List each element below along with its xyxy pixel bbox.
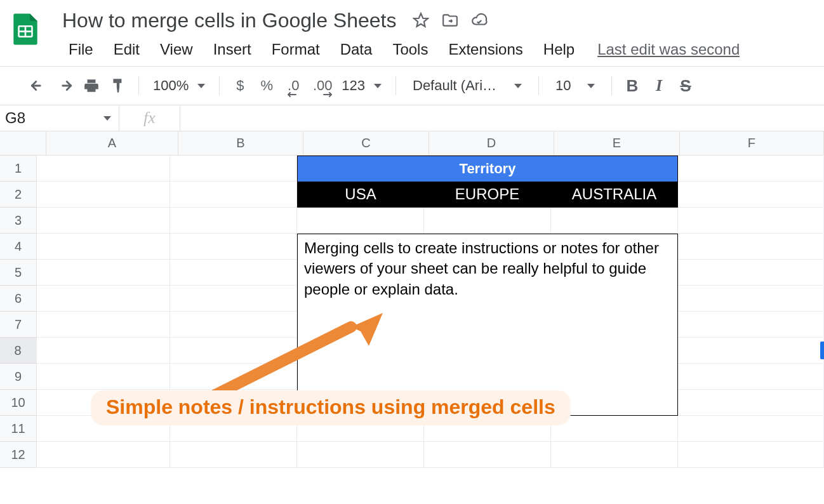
menu-insert[interactable]: Insert <box>204 38 260 61</box>
font-family-dropdown[interactable]: Default (Ari… <box>404 73 531 98</box>
column-header-F[interactable]: F <box>680 131 824 155</box>
menu-file[interactable]: File <box>60 38 102 61</box>
row-header-11[interactable]: 11 <box>0 416 37 442</box>
divider <box>395 76 396 95</box>
row-header-2[interactable]: 2 <box>0 182 37 208</box>
row-header-1[interactable]: 1 <box>0 156 37 182</box>
merged-header-territory[interactable]: Territory <box>297 156 678 182</box>
svg-marker-3 <box>415 13 429 27</box>
cell-D2[interactable]: EUROPE <box>424 182 551 208</box>
document-title[interactable]: How to merge cells in Google Sheets <box>60 8 399 34</box>
sheets-app-icon[interactable] <box>8 11 43 47</box>
selection-indicator <box>820 342 824 359</box>
menu-format[interactable]: Format <box>263 38 329 61</box>
cell-C2[interactable]: USA <box>297 182 424 208</box>
chevron-down-icon <box>103 116 111 121</box>
menu-bar: File Edit View Insert Format Data Tools … <box>60 36 820 63</box>
menu-help[interactable]: Help <box>535 38 583 61</box>
paint-format-button[interactable] <box>105 73 131 98</box>
last-edit-link[interactable]: Last edit was second <box>597 41 740 58</box>
formula-input[interactable] <box>180 105 824 131</box>
undo-button[interactable] <box>25 73 51 98</box>
menu-extensions[interactable]: Extensions <box>439 38 531 61</box>
chevron-down-icon <box>514 84 522 88</box>
column-header-D[interactable]: D <box>429 131 555 155</box>
merged-note-cell[interactable]: Merging cells to create instructions or … <box>297 234 678 416</box>
formula-bar-row: G8 fx <box>0 105 824 131</box>
redo-button[interactable] <box>52 73 77 98</box>
row-header-10[interactable]: 10 <box>0 390 37 416</box>
menu-edit[interactable]: Edit <box>105 38 149 61</box>
strikethrough-button[interactable]: S <box>673 73 698 98</box>
zoom-dropdown[interactable]: 100% <box>147 73 211 98</box>
more-formats-dropdown[interactable]: 123 <box>339 73 388 98</box>
row-header-9[interactable]: 9 <box>0 364 37 390</box>
chevron-down-icon <box>374 84 382 88</box>
menu-tools[interactable]: Tools <box>383 38 437 61</box>
row-header-4[interactable]: 4 <box>0 234 37 260</box>
format-percent-button[interactable]: % <box>254 73 279 98</box>
chevron-down-icon <box>587 84 595 88</box>
font-family-value: Default (Ari… <box>413 77 496 94</box>
cloud-status-icon[interactable] <box>471 12 488 29</box>
row-header-8[interactable]: 8 <box>0 338 37 364</box>
increase-decimal-button[interactable]: .00 <box>307 73 338 98</box>
chevron-down-icon <box>197 84 205 88</box>
print-button[interactable] <box>79 73 104 98</box>
column-header-A[interactable]: A <box>46 131 178 155</box>
divider <box>219 76 220 95</box>
star-icon[interactable] <box>413 12 429 29</box>
row-header-6[interactable]: 6 <box>0 286 37 312</box>
font-size-value: 10 <box>555 77 571 94</box>
title-bar: How to merge cells in Google Sheets File… <box>0 0 824 63</box>
cell-reference: G8 <box>5 109 25 127</box>
column-header-E[interactable]: E <box>554 131 680 155</box>
format-currency-button[interactable]: $ <box>227 73 253 98</box>
divider <box>138 76 139 95</box>
cell-E2[interactable]: AUSTRALIA <box>551 182 678 208</box>
row-header-3[interactable]: 3 <box>0 208 37 234</box>
font-size-dropdown[interactable]: 10 <box>547 73 604 98</box>
name-box[interactable]: G8 <box>0 105 119 131</box>
menu-data[interactable]: Data <box>331 38 382 61</box>
column-header-C[interactable]: C <box>303 131 429 155</box>
bold-button[interactable]: B <box>620 73 645 98</box>
select-all-corner[interactable] <box>0 131 46 155</box>
row-header-12[interactable]: 12 <box>0 442 37 468</box>
decrease-decimal-button[interactable]: .0 <box>281 73 306 98</box>
column-header-B[interactable]: B <box>178 131 304 155</box>
zoom-value: 100% <box>153 77 189 94</box>
menu-view[interactable]: View <box>151 38 202 61</box>
fx-icon: fx <box>119 105 180 131</box>
italic-button[interactable]: I <box>646 73 672 98</box>
row-headers: 1 2 3 4 5 6 7 8 9 10 11 12 <box>0 156 37 468</box>
spreadsheet-grid[interactable]: A B C D E F 1 2 3 4 5 6 7 8 9 10 11 12 <box>0 131 824 478</box>
row-header-5[interactable]: 5 <box>0 260 37 286</box>
divider <box>611 76 612 95</box>
toolbar: 100% $ % .0 .00 123 Default (Ari… 10 B I… <box>0 67 824 105</box>
divider <box>538 76 539 95</box>
column-headers: A B C D E F <box>0 131 824 156</box>
row-header-7[interactable]: 7 <box>0 312 37 338</box>
move-to-folder-icon[interactable] <box>442 12 458 29</box>
